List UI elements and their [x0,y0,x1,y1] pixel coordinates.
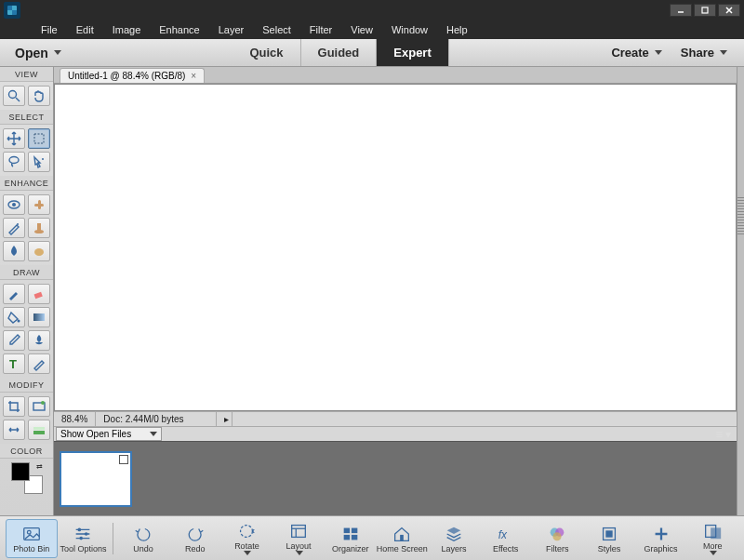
more-button[interactable]: More [686,519,738,558]
close-button[interactable] [718,4,740,17]
layout-button[interactable]: Layout [272,519,325,558]
zoom-tool[interactable] [3,86,25,106]
clone-stamp-tool[interactable] [28,218,50,238]
right-panel-collapsed[interactable] [737,67,744,515]
maximize-button[interactable] [694,4,716,17]
effects-button[interactable]: fx Effects [480,519,532,558]
styles-icon [599,524,619,544]
status-doc-info[interactable]: Doc: 2.44M/0 bytes [96,412,217,426]
chevron-down-icon [244,551,251,555]
open-button[interactable]: Open [0,46,76,60]
minimize-button[interactable] [670,4,692,17]
straighten-tool[interactable] [28,420,50,440]
sliders-icon [73,524,93,544]
hand-tool[interactable] [28,86,50,106]
svg-rect-29 [292,526,306,538]
tool-options-button[interactable]: Tool Options [58,519,110,558]
undo-button[interactable]: Undo [117,519,169,558]
spot-heal-tool[interactable] [28,194,50,215]
chevron-down-icon [150,432,157,436]
blur-tool[interactable] [3,241,25,261]
styles-button[interactable]: Styles [583,519,635,558]
svg-rect-32 [343,527,349,533]
brush-tool[interactable] [3,284,25,304]
foreground-color[interactable] [11,462,30,481]
menu-layer[interactable]: Layer [209,22,254,37]
document-tab[interactable]: Untitled-1 @ 88.4% (RGB/8) × [60,68,205,83]
menubar: File Edit Image Enhance Layer Select Fil… [0,20,744,39]
tab-expert[interactable]: Expert [377,39,448,66]
svg-line-3 [16,98,20,101]
layers-button[interactable]: Layers [428,519,480,558]
tab-quick[interactable]: Quick [232,39,300,66]
toolbox: VIEW SELECT ENHANCE DRAW [0,67,54,515]
document-tabs: Untitled-1 @ 88.4% (RGB/8) × [54,67,737,84]
photobin-menu-button[interactable]: ≡ ▾ [716,428,737,441]
recompose-tool[interactable] [28,396,50,417]
svg-rect-42 [605,530,612,537]
main: VIEW SELECT ENHANCE DRAW [0,67,744,515]
menu-enhance[interactable]: Enhance [150,22,208,37]
menu-help[interactable]: Help [437,22,477,37]
photobin-thumbnail[interactable] [60,451,132,507]
toolbox-section-draw: DRAW [0,265,53,280]
quick-select-tool[interactable] [28,152,50,172]
gradient-tool[interactable] [28,307,50,327]
status-arrow-icon[interactable]: ▸ [217,412,232,426]
menu-select[interactable]: Select [253,22,300,37]
fill-tool[interactable] [3,307,25,327]
chevron-down-icon [296,551,303,555]
fx-icon: fx [496,524,516,544]
grid-icon [340,524,361,544]
menu-filter[interactable]: Filter [300,22,341,37]
plus-icon [651,524,671,544]
move-tool[interactable] [3,128,25,149]
grip-icon [737,197,744,234]
menu-file[interactable]: File [32,22,67,37]
swap-colors-icon[interactable]: ⇄ [36,462,43,471]
graphics-button[interactable]: Graphics [635,519,687,558]
eyedropper-tool[interactable] [3,330,25,351]
home-screen-button[interactable]: Home Screen [377,519,429,558]
filters-button[interactable]: Filters [531,519,583,558]
menu-window[interactable]: Window [382,22,437,37]
rotate-icon [236,521,257,541]
photobin-toolbar: Show Open Files ≡ ▾ [54,426,737,441]
status-zoom[interactable]: 88.4% [54,412,96,426]
rotate-button[interactable]: Rotate [221,519,273,558]
lasso-tool[interactable] [3,152,25,172]
canvas[interactable] [54,84,737,411]
create-button[interactable]: Create [605,46,667,60]
app-logo-icon [4,2,20,19]
close-icon[interactable]: × [191,71,196,81]
marquee-tool[interactable] [28,128,50,149]
menu-view[interactable]: View [341,22,382,37]
sponge-tool[interactable] [28,241,50,261]
shape-tool[interactable] [28,330,50,351]
share-button[interactable]: Share [675,46,733,60]
open-label: Open [15,46,48,60]
home-icon [392,524,412,544]
tab-guided[interactable]: Guided [301,39,378,66]
organizer-button[interactable]: Organizer [325,519,377,558]
svg-rect-22 [33,427,45,430]
menu-edit[interactable]: Edit [67,22,103,37]
crop-tool[interactable] [3,396,25,417]
toolbox-section-enhance: ENHANCE [0,176,53,191]
mode-tabs: Quick Guided Expert [232,39,448,66]
color-swatch[interactable]: ⇄ [11,462,43,494]
redeye-tool[interactable] [3,194,25,215]
eraser-tool[interactable] [28,284,50,304]
pencil-tool[interactable] [28,353,50,374]
content-move-tool[interactable] [3,420,25,440]
svg-point-6 [42,158,44,160]
redo-button[interactable]: Redo [169,519,221,558]
smart-brush-tool[interactable] [3,218,25,238]
svg-point-24 [27,530,31,534]
type-tool[interactable]: T [3,353,25,374]
svg-point-14 [34,248,44,256]
modebar: Open Quick Guided Expert Create Share [0,39,744,67]
menu-image[interactable]: Image [103,22,151,37]
photobin-dropdown[interactable]: Show Open Files [56,427,162,441]
photo-bin-button[interactable]: Photo Bin [6,519,58,558]
